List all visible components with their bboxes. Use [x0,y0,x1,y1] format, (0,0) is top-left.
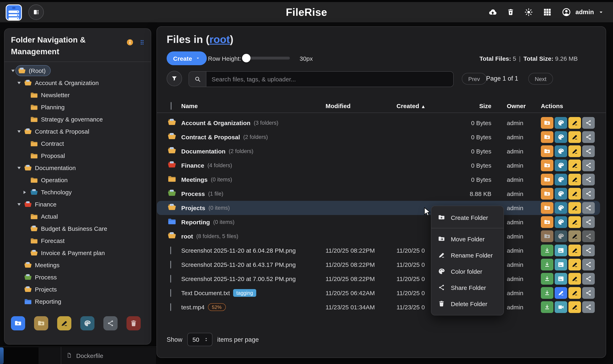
download-file-button[interactable] [541,287,553,299]
folder-tree-item[interactable]: Documentation [7,162,148,174]
share-folder-button[interactable] [582,159,595,171]
download-file-button[interactable] [541,245,553,256]
rename-file-button[interactable] [568,259,581,271]
info-icon[interactable] [126,39,134,46]
share-file-button[interactable] [582,273,595,285]
row-checkbox[interactable] [170,247,171,254]
tree-caret-icon[interactable] [22,191,28,194]
folder-tree-item[interactable]: Actual [7,210,148,222]
column-owner[interactable]: Owner [491,102,538,109]
move-folder-button[interactable] [541,230,553,242]
folder-tree-item[interactable]: Invoice & Payment plan [7,247,148,259]
share-folder-button[interactable] [582,188,595,200]
rename-file-button[interactable] [568,245,581,256]
move-folder-button[interactable] [541,174,553,185]
rename-folder-button[interactable] [568,202,581,214]
items-per-page-select[interactable]: 50 [187,333,212,346]
move-folder-button[interactable] [541,188,553,200]
table-row[interactable]: Screenshot 2025-11-20 at 6.04.28 PM.png … [157,243,600,258]
preview-image-button[interactable] [555,273,567,285]
table-row[interactable]: test.mp4 52% 11/23/25 01:34AM 11/23/25 0… [157,300,600,314]
row-height-slider[interactable] [243,57,290,60]
rename-folder-button[interactable] [57,316,71,330]
move-folder-button[interactable] [541,216,553,228]
table-row[interactable]: Meetings (0 items) 0 Bytes admin [157,172,600,187]
apps-grid-icon[interactable] [543,8,552,17]
preview-image-button[interactable] [555,245,567,256]
download-file-button[interactable] [541,259,553,271]
share-file-button[interactable] [582,245,595,256]
prev-page-button[interactable]: Prev [462,73,487,85]
slider-thumb[interactable] [242,54,251,62]
table-row[interactable]: Text Document.txt tagging 11/20/25 06:42… [157,286,600,300]
move-folder-button[interactable] [541,159,553,171]
select-all-checkbox[interactable] [171,102,171,110]
column-modified[interactable]: Modified [326,102,396,109]
folder-tree-item[interactable]: Reporting [7,295,148,308]
table-row[interactable]: Contract & Proposal (2 folders) 0 Bytes … [157,130,600,144]
color-folder-button[interactable] [555,216,567,228]
filter-button[interactable] [167,71,182,86]
row-checkbox[interactable] [170,261,171,268]
share-file-button[interactable] [582,287,595,299]
upload-icon[interactable] [488,8,497,17]
folder-tree-item[interactable]: Contract [7,137,148,150]
drag-handle-icon[interactable] [139,39,146,46]
folder-tree-item[interactable]: Forecast [7,235,148,247]
share-folder-button[interactable] [582,131,595,143]
color-folder-button[interactable] [555,188,567,200]
rename-folder-button[interactable] [568,216,581,228]
table-row[interactable]: Finance (4 folders) 0 Bytes admin [157,158,600,172]
move-folder-button[interactable] [541,131,553,143]
rename-folder-button[interactable] [568,145,581,157]
rename-folder-button[interactable] [568,117,581,129]
folder-tree-item[interactable]: (Root) [7,65,148,77]
table-row[interactable]: Account & Organization (3 folders) 0 Byt… [157,116,600,130]
context-menu-item[interactable]: Color folder [431,263,503,279]
move-folder-button[interactable] [541,202,553,214]
tree-caret-icon[interactable] [16,128,21,134]
folder-tree-item[interactable]: Projects [7,283,148,295]
edit-file-button[interactable] [555,287,567,299]
table-row[interactable]: Screenshot 2025-11-20 at 7.00.52 PM.png … [157,272,600,286]
rename-folder-button[interactable] [568,159,581,171]
trash-restore-icon[interactable] [507,8,515,17]
context-menu-item[interactable]: Create Folder [431,209,503,225]
color-folder-button[interactable] [555,202,567,214]
preview-image-button[interactable] [555,259,567,271]
share-folder-button[interactable] [582,145,595,157]
column-size[interactable]: Size [449,102,491,109]
share-folder-button[interactable] [582,174,595,185]
folder-tree-item[interactable]: Operation [7,174,148,186]
download-file-button[interactable] [541,301,553,313]
context-menu-item[interactable]: Rename Folder [431,247,503,263]
color-folder-button[interactable] [80,316,95,330]
folder-tree-item[interactable]: Finance [7,198,148,210]
folder-tree-item[interactable]: Budget & Business Care [7,222,148,235]
color-folder-button[interactable] [555,145,567,157]
delete-folder-button[interactable] [126,316,141,330]
rename-folder-button[interactable] [568,131,581,143]
color-folder-button[interactable] [555,117,567,129]
table-row[interactable]: Process (1 file) 8.88 KB admin [157,187,600,201]
share-folder-button[interactable] [582,230,595,242]
folder-tree-item[interactable]: Planning [7,101,148,113]
color-folder-button[interactable] [555,174,567,185]
share-folder-button[interactable] [582,117,595,129]
share-folder-button[interactable] [582,202,595,214]
next-page-button[interactable]: Next [528,73,553,85]
user-menu[interactable]: admin [562,7,604,17]
table-row[interactable]: Projects (0 items) 0 Bytes admin [157,201,600,215]
column-created[interactable]: Created ▲ [396,102,449,109]
color-folder-button[interactable] [555,230,567,242]
column-name[interactable]: Name [181,102,326,109]
share-file-button[interactable] [582,301,595,313]
create-folder-button[interactable] [11,316,25,330]
context-menu-item[interactable]: Share Folder [431,279,503,296]
context-menu-item[interactable]: Move Folder [431,231,503,247]
folder-tree-item[interactable]: Proposal [7,150,148,162]
context-menu-item[interactable]: Delete Folder [431,296,503,312]
search-input[interactable] [206,72,453,87]
rename-folder-button[interactable] [568,230,581,242]
folder-tree-item[interactable]: Newsletter [7,89,148,101]
